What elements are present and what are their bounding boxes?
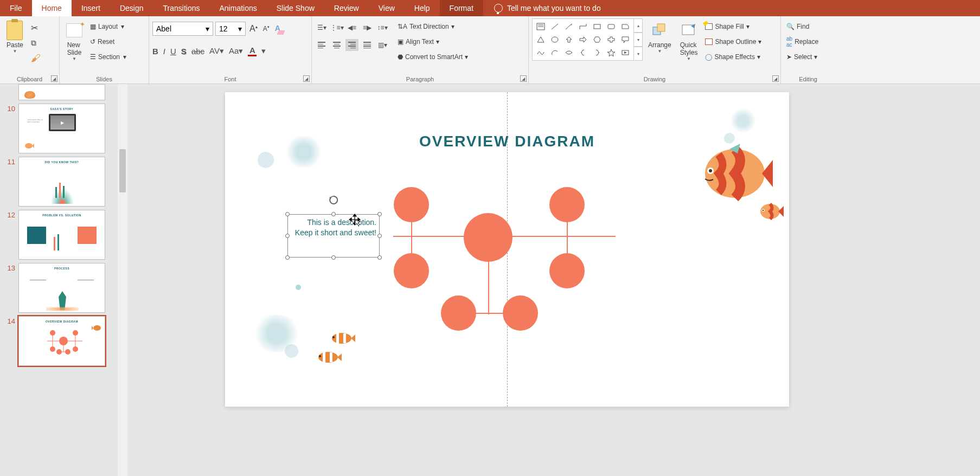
increase-indent-button[interactable]: ≡▶	[361, 22, 374, 34]
shape-snip-rect[interactable]	[619, 21, 632, 33]
resize-handle-bl[interactable]	[285, 255, 290, 260]
slide[interactable]: OVERVIEW DIAGRAM	[225, 92, 789, 407]
slide-thumbnails-pane[interactable]: 10 SASA'S STORY ▶ Lorem ipsum dolor sit …	[0, 84, 127, 476]
drawing-dialog-launcher[interactable]: ◢	[772, 75, 779, 82]
tab-insert[interactable]: Insert	[72, 0, 110, 16]
rotation-handle[interactable]	[328, 195, 339, 205]
font-dialog-launcher[interactable]: ◢	[303, 75, 310, 82]
justify-button[interactable]	[361, 39, 374, 51]
thumbnail-10[interactable]: 10 SASA'S STORY ▶ Lorem ipsum dolor sit …	[2, 104, 125, 153]
shape-oval[interactable]	[548, 34, 561, 46]
diagram-node[interactable]	[394, 253, 429, 288]
diagram-node[interactable]	[394, 187, 429, 222]
align-text-button[interactable]: ▣Align Text▾	[395, 35, 470, 49]
arrange-button[interactable]: Arrange▼	[645, 18, 675, 55]
overview-diagram[interactable]	[377, 187, 757, 350]
paste-button[interactable]: Paste ▼	[3, 18, 27, 55]
resize-handle-tl[interactable]	[285, 212, 290, 216]
select-button[interactable]: ➤Select▾	[784, 50, 821, 64]
quick-styles-button[interactable]: Quick Styles▼	[677, 18, 701, 62]
diagram-node[interactable]	[441, 295, 476, 331]
bold-button[interactable]: B	[152, 47, 158, 56]
shape-hexagon[interactable]	[591, 34, 604, 46]
selected-textbox[interactable]: This is a description. Keep it short and…	[287, 214, 380, 258]
new-slide-button[interactable]: New Slide ▼	[63, 18, 86, 62]
thumbnail-13[interactable]: 13 PROCESS	[2, 263, 125, 313]
align-center-button[interactable]	[330, 39, 343, 51]
diagram-node-center[interactable]	[464, 213, 513, 262]
bullets-button[interactable]: ☰▾	[315, 22, 328, 34]
layout-button[interactable]: ▦Layout▾	[88, 20, 129, 34]
shape-outline-button[interactable]: Shape Outline▾	[703, 35, 764, 49]
resize-handle-ml[interactable]	[285, 234, 290, 238]
tab-file[interactable]: File	[0, 0, 32, 16]
align-left-button[interactable]	[315, 39, 328, 51]
tab-review[interactable]: Review	[324, 0, 369, 16]
shape-brace-right[interactable]	[591, 47, 604, 59]
shadow-button[interactable]: S	[181, 47, 187, 56]
shape-action[interactable]	[619, 47, 632, 59]
shape-callout[interactable]	[619, 34, 632, 46]
shape-arc[interactable]	[548, 47, 561, 59]
shape-star[interactable]	[605, 47, 618, 59]
thumbnail-12[interactable]: 12 PROBLEM VS. SOLUTION	[2, 210, 125, 260]
cut-button[interactable]: ✂	[29, 21, 43, 35]
font-color-dropdown[interactable]: ▾	[261, 46, 266, 56]
resize-handle-tr[interactable]	[377, 212, 382, 216]
text-direction-button[interactable]: ⇅AText Direction▾	[395, 20, 470, 34]
align-right-button[interactable]	[345, 39, 358, 51]
decrease-indent-button[interactable]: ◀≡	[345, 22, 358, 34]
section-button[interactable]: ☰Section▾	[88, 50, 129, 64]
change-case-button[interactable]: Aa▾	[229, 46, 243, 56]
shape-triangle[interactable]	[534, 34, 547, 46]
shape-line[interactable]	[548, 21, 561, 33]
tab-home[interactable]: Home	[32, 0, 72, 16]
italic-button[interactable]: I	[163, 47, 165, 56]
shape-brace-left[interactable]	[577, 47, 590, 59]
shape-rectangle[interactable]	[591, 21, 604, 33]
shape-curve[interactable]	[562, 47, 575, 59]
strikethrough-button[interactable]: abc	[191, 47, 204, 56]
decrease-font-button[interactable]: A▾	[261, 25, 271, 33]
slide-canvas-area[interactable]: OVERVIEW DIAGRAM	[127, 84, 980, 476]
gallery-down-button[interactable]: ▾	[634, 33, 643, 47]
font-name-combo[interactable]: Abel▾	[152, 22, 213, 36]
shapes-gallery[interactable]	[532, 18, 634, 61]
resize-handle-br[interactable]	[377, 255, 382, 260]
shape-effects-button[interactable]: ◯Shape Effects▾	[703, 50, 764, 64]
scrollbar-thumb[interactable]	[119, 149, 126, 192]
tab-help[interactable]: Help	[405, 0, 440, 16]
shape-freeform[interactable]	[534, 47, 547, 59]
resize-handle-bm[interactable]	[331, 255, 336, 260]
shape-arrow-line[interactable]	[562, 21, 575, 33]
numbering-button[interactable]: ⋮≡▾	[330, 22, 343, 34]
tab-view[interactable]: View	[369, 0, 405, 16]
resize-handle-tm[interactable]	[331, 212, 336, 216]
copy-button[interactable]: ⧉	[29, 36, 43, 50]
tab-animations[interactable]: Animations	[209, 0, 266, 16]
shape-arrow-right[interactable]	[577, 34, 590, 46]
character-spacing-button[interactable]: AV▾	[209, 46, 224, 56]
replace-button[interactable]: abacReplace	[784, 35, 821, 49]
convert-smartart-button[interactable]: ⬣Convert to SmartArt▾	[395, 50, 470, 64]
tell-me-search[interactable]: Tell me what you want to do	[494, 4, 601, 12]
paragraph-dialog-launcher[interactable]: ◢	[520, 75, 527, 82]
tab-design[interactable]: Design	[110, 0, 153, 16]
underline-button[interactable]: U	[170, 47, 176, 56]
tab-transitions[interactable]: Transitions	[153, 0, 210, 16]
line-spacing-button[interactable]: ↕≡▾	[376, 22, 389, 34]
shape-plus[interactable]	[605, 34, 618, 46]
font-size-combo[interactable]: 12▾	[215, 22, 246, 36]
diagram-node[interactable]	[549, 253, 585, 288]
thumbnails-scrollbar[interactable]	[118, 84, 127, 476]
resize-handle-mr[interactable]	[377, 234, 382, 238]
reset-button[interactable]: ↺Reset	[88, 35, 129, 49]
format-painter-button[interactable]: 🖌	[29, 51, 43, 65]
thumbnail-14[interactable]: 14 OVERVIEW DIAGRAM	[2, 316, 125, 366]
shape-rounded-rect[interactable]	[605, 21, 618, 33]
textbox-content[interactable]: This is a description. Keep it short and…	[291, 217, 376, 254]
shape-textbox[interactable]	[534, 21, 547, 33]
font-color-button[interactable]: A	[248, 46, 257, 56]
clear-formatting-button[interactable]	[273, 24, 283, 34]
find-button[interactable]: 🔍Find	[784, 20, 821, 34]
